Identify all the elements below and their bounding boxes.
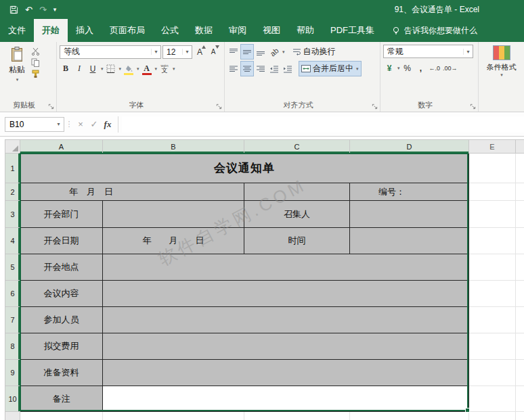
cell-partial[interactable] <box>516 281 524 307</box>
wrap-text-button[interactable]: 自动换行 <box>290 45 338 59</box>
row-header-4[interactable]: 4 <box>5 228 20 254</box>
formula-input[interactable] <box>122 116 524 133</box>
cell-partial[interactable] <box>516 360 524 386</box>
tab-file[interactable]: 文件 <box>0 19 34 42</box>
form-materials-label-cell[interactable]: 准备资料 <box>20 360 103 386</box>
accounting-dropdown-icon[interactable]: ▾ <box>397 66 400 71</box>
paste-button[interactable]: 粘贴 ▾ <box>3 45 31 101</box>
cell-c2[interactable] <box>244 183 350 201</box>
row-header-1[interactable]: 1 <box>5 154 20 183</box>
cell-e1[interactable] <box>469 154 516 183</box>
row-header-9[interactable]: 9 <box>5 360 20 386</box>
cell-e6[interactable] <box>469 281 516 307</box>
save-icon[interactable] <box>9 5 18 14</box>
form-place-input-cell[interactable] <box>103 254 469 281</box>
shrink-font-button[interactable]: A <box>207 45 219 59</box>
align-middle-icon[interactable] <box>241 45 253 59</box>
accounting-format-icon[interactable]: ¥ <box>383 61 395 75</box>
underline-dropdown-icon[interactable]: ▾ <box>101 66 104 72</box>
tab-pdf-tools[interactable]: PDF工具集 <box>322 19 383 42</box>
form-date-line-cell[interactable]: 年 月 日 <box>20 183 244 201</box>
cell-e7[interactable] <box>469 307 516 333</box>
cell-partial[interactable] <box>516 386 524 412</box>
form-place-label-cell[interactable]: 开会地点 <box>20 254 103 281</box>
underline-button[interactable]: U <box>87 62 99 76</box>
insert-function-icon[interactable]: fx <box>101 119 114 130</box>
phonetic-dropdown-icon[interactable]: ▾ <box>173 66 175 72</box>
cell-partial[interactable] <box>516 254 524 281</box>
phonetic-guide-button[interactable]: wén 文 <box>158 62 171 76</box>
cell-partial[interactable] <box>516 307 524 333</box>
row-header-8[interactable]: 8 <box>5 333 20 360</box>
form-convener-input-cell[interactable] <box>350 201 469 228</box>
align-left-icon[interactable] <box>227 62 240 76</box>
borders-dropdown-icon[interactable]: ▾ <box>119 66 122 72</box>
font-name-combo[interactable]: 等线 ▾ <box>60 45 161 59</box>
row-header-7[interactable]: 7 <box>5 307 20 333</box>
row-header-6[interactable]: 6 <box>5 281 20 307</box>
cell-partial[interactable] <box>516 183 524 201</box>
tab-formulas[interactable]: 公式 <box>153 19 187 42</box>
cancel-icon[interactable]: × <box>74 119 87 129</box>
cell-partial[interactable] <box>20 412 103 420</box>
form-time-label-cell[interactable]: 时间 <box>244 228 350 254</box>
formula-bar-grip-icon[interactable]: ⋮ <box>64 120 74 129</box>
borders-icon[interactable] <box>105 62 117 76</box>
number-dialog-launcher-icon[interactable] <box>470 103 476 110</box>
cell-partial[interactable] <box>516 333 524 360</box>
percent-style-button[interactable]: % <box>401 61 414 75</box>
form-remark-label-cell[interactable]: 备注 <box>20 386 103 412</box>
cell-partial[interactable] <box>469 412 516 420</box>
tell-me-box[interactable]: 告诉我你想要做什么 <box>392 19 477 42</box>
customize-qat-icon[interactable]: ▾ <box>53 7 57 13</box>
form-fee-label-cell[interactable]: 拟交费用 <box>20 333 103 360</box>
clipboard-dialog-launcher-icon[interactable] <box>48 103 54 110</box>
cell-partial[interactable] <box>516 412 524 420</box>
grow-font-button[interactable]: A <box>194 45 206 59</box>
row-header-10[interactable]: 10 <box>5 386 20 412</box>
active-cell-b10[interactable] <box>103 386 469 412</box>
fill-color-dropdown-icon[interactable]: ▾ <box>137 66 139 72</box>
row-header-5[interactable]: 5 <box>5 254 20 281</box>
tab-review[interactable]: 审阅 <box>221 19 255 42</box>
undo-icon[interactable]: ↶ <box>25 5 32 14</box>
tab-view[interactable]: 视图 <box>255 19 288 42</box>
column-header-c[interactable]: C <box>244 140 350 154</box>
cell-e8[interactable] <box>469 333 516 360</box>
number-format-combo[interactable]: 常规 ▾ <box>383 45 473 58</box>
column-header-b[interactable]: B <box>103 140 244 154</box>
name-box[interactable]: B10 ▾ <box>5 117 64 132</box>
decrease-decimal-button[interactable]: .00→ <box>442 61 458 75</box>
alignment-dialog-launcher-icon[interactable] <box>372 103 378 110</box>
row-header-2[interactable]: 2 <box>5 183 20 201</box>
cut-icon[interactable] <box>31 47 40 55</box>
form-dept-label-cell[interactable]: 开会部门 <box>20 201 103 228</box>
form-content-input-cell[interactable] <box>103 281 469 307</box>
cell-partial[interactable] <box>516 201 524 228</box>
cell-e4[interactable] <box>469 228 516 254</box>
form-title-cell[interactable]: 会议通知单 <box>20 154 469 183</box>
select-all-corner[interactable] <box>5 140 20 154</box>
form-attendees-input-cell[interactable] <box>103 307 469 333</box>
tab-page-layout[interactable]: 页面布局 <box>102 19 153 42</box>
form-content-label-cell[interactable]: 会议内容 <box>20 281 103 307</box>
orientation-icon[interactable]: ab <box>268 45 280 59</box>
column-header-d[interactable]: D <box>350 140 469 154</box>
cell-e5[interactable] <box>469 254 516 281</box>
column-header-a[interactable]: A <box>20 140 103 154</box>
font-size-combo[interactable]: 12 ▾ <box>162 45 192 59</box>
row-header-partial[interactable] <box>5 412 20 420</box>
font-color-button[interactable]: A <box>141 62 153 76</box>
row-header-3[interactable]: 3 <box>5 201 20 228</box>
enter-icon[interactable]: ✓ <box>87 119 101 129</box>
redo-icon[interactable]: ↷ <box>39 5 47 14</box>
cell-e10[interactable] <box>469 386 516 412</box>
italic-button[interactable]: I <box>73 62 85 76</box>
cell-partial[interactable] <box>516 228 524 254</box>
align-right-icon[interactable] <box>255 62 267 76</box>
tab-home[interactable]: 开始 <box>34 19 68 42</box>
conditional-formatting-button[interactable]: 条件格式 <box>487 62 517 72</box>
format-painter-icon[interactable] <box>31 70 40 78</box>
font-dialog-launcher-icon[interactable] <box>216 103 222 110</box>
cell-partial[interactable] <box>244 412 350 420</box>
